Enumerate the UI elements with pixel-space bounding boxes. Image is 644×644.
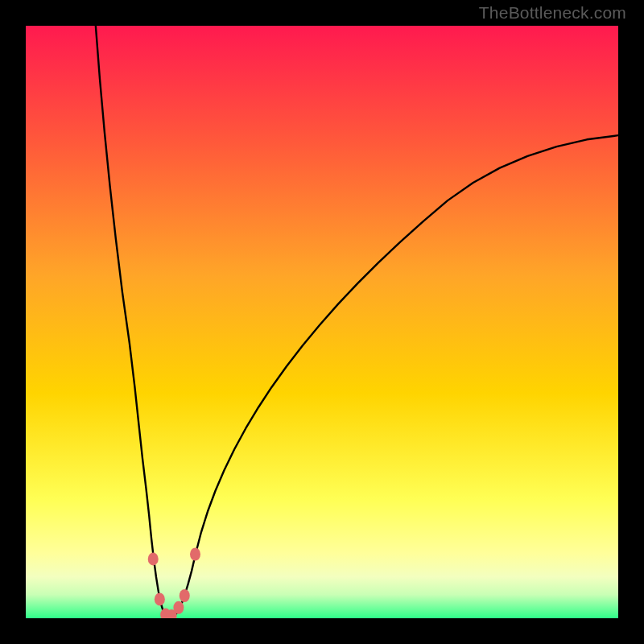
plot-area [26,26,618,618]
curve-marker [155,592,165,605]
curve-marker [180,589,190,602]
curve-marker [173,601,184,614]
curve-marker [148,552,159,565]
watermark-text: TheBottleneck.com [479,3,626,23]
chart-svg [26,26,618,618]
curve-marker [190,548,200,561]
chart-frame: TheBottleneck.com [0,0,644,644]
